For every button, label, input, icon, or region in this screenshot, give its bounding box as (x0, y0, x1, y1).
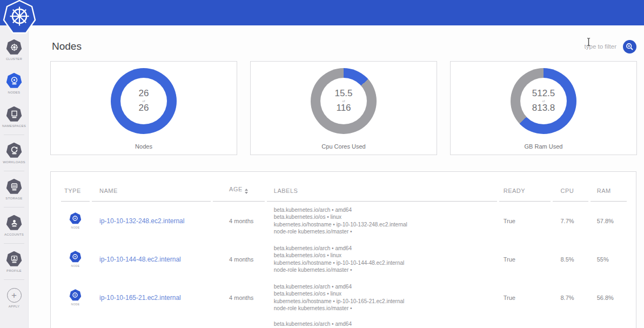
node-type-icon (69, 212, 81, 224)
profile-icon (6, 251, 22, 267)
node-cpu: 7.7% (553, 202, 588, 240)
node-age: 4 months (213, 202, 265, 240)
search-icon (626, 43, 634, 51)
top-bar (0, 0, 644, 25)
sidebar-item-namespaces[interactable]: NAMESPACES (0, 100, 28, 133)
card-nodes: 26 of 26 Nodes (50, 61, 237, 155)
cpu-donut-chart: 15.5 of 116 (311, 68, 377, 134)
sort-icon[interactable] (245, 189, 248, 194)
card-ram: 512.5 of 813.8 GB Ram Used (450, 61, 637, 155)
node-labels: beta.kubernetes.io/arch • amd64 beta.kub… (267, 202, 497, 240)
sidebar-divider (4, 279, 24, 280)
sidebar-divider (4, 207, 24, 207)
column-header-cpu: CPU (553, 172, 588, 202)
card-label: GB Ram Used (451, 143, 636, 150)
node-type-caption: NODE (71, 264, 79, 267)
table-row: beta.kubernetes.io/arch • amd64 (61, 317, 627, 328)
app-root: CLUSTER NODES NAMESPACES (0, 0, 644, 328)
storage-icon (6, 179, 22, 195)
node-age: 4 months (213, 240, 265, 278)
node-ready: True (499, 202, 551, 240)
node-labels: beta.kubernetes.io/arch • amd64 beta.kub… (267, 240, 497, 278)
node-type-cell (61, 317, 90, 328)
node-name-link[interactable]: ip-10-10-132-248.ec2.internal (99, 217, 184, 225)
nodes-icon (6, 73, 22, 89)
node-cpu: 8.7% (553, 278, 588, 317)
node-age: 4 months (213, 278, 265, 317)
nodes-table-card: TYPE NAME AGE LABELS READY CPU RAM (50, 171, 636, 328)
node-cpu-cell (553, 317, 588, 328)
donut-total: 813.8 (532, 103, 555, 113)
sidebar-item-accounts[interactable]: ACCOUNTS (0, 209, 28, 242)
sidebar-item-label: WORKLOADS (3, 160, 25, 164)
node-type-icon (69, 251, 81, 263)
sidebar-item-label: STORAGE (5, 197, 22, 200)
cluster-icon (6, 39, 22, 55)
filter-area: type to filter (585, 40, 636, 53)
page-header: Nodes type to filter (29, 25, 644, 58)
table-row: NODE ip-10-10-144-48.ec2.internal 4 mont… (61, 240, 627, 278)
node-type-cell: NODE (61, 202, 90, 240)
sidebar-divider (4, 135, 24, 135)
nodes-donut-chart: 26 of 26 (111, 68, 177, 134)
node-type-cell: NODE (61, 278, 90, 317)
sidebar-item-apply[interactable]: + APPLY (0, 281, 28, 314)
node-age-cell (213, 317, 265, 328)
text-cursor-icon (586, 37, 591, 49)
sidebar-item-label: CLUSTER (6, 57, 22, 61)
node-ready: True (499, 240, 551, 278)
node-ram: 56.8% (591, 278, 627, 317)
node-labels: beta.kubernetes.io/arch • amd64 (267, 317, 497, 328)
card-label: Cpu Cores Used (251, 143, 437, 150)
sidebar-item-label: NODES (8, 91, 21, 94)
card-label: Nodes (51, 143, 237, 150)
sidebar-item-profile[interactable]: PROFILE (0, 245, 28, 278)
search-button[interactable] (623, 40, 636, 53)
node-ram-cell (591, 317, 627, 328)
column-header-age[interactable]: AGE (213, 172, 265, 202)
plus-icon: + (7, 288, 22, 303)
node-ready: True (499, 278, 551, 317)
summary-cards: 26 of 26 Nodes 15.5 of 116 Cpu Cores U (29, 58, 644, 155)
donut-value: 512.5 (532, 89, 555, 99)
donut-value: 15.5 (334, 89, 352, 99)
sidebar-item-workloads[interactable]: WORKLOADS (0, 136, 28, 170)
table-header-row: TYPE NAME AGE LABELS READY CPU RAM (61, 172, 627, 202)
table-row: NODE ip-10-10-132-248.ec2.internal 4 mon… (61, 202, 627, 240)
sidebar-item-storage[interactable]: STORAGE (0, 172, 28, 206)
node-type-caption: NODE (71, 226, 79, 229)
sidebar-divider (4, 243, 24, 244)
table-row: NODE ip-10-10-165-21.ec2.internal 4 mont… (61, 278, 627, 317)
node-name-link[interactable]: ip-10-10-144-48.ec2.internal (99, 256, 181, 263)
column-header-name[interactable]: NAME (92, 172, 211, 202)
kubernetes-logo (2, 0, 37, 35)
node-ram: 57.8% (591, 202, 627, 240)
sidebar: CLUSTER NODES NAMESPACES (0, 25, 29, 328)
sidebar-item-cluster[interactable]: CLUSTER (0, 33, 28, 66)
node-ram: 55% (591, 240, 627, 278)
page-title: Nodes (52, 41, 82, 52)
sidebar-item-label: PROFILE (6, 269, 22, 272)
node-type-caption: NODE (71, 303, 79, 306)
card-cpu: 15.5 of 116 Cpu Cores Used (250, 61, 437, 155)
donut-total: 116 (336, 103, 351, 113)
sidebar-item-label: NAMESPACES (2, 124, 26, 128)
node-ready-cell (499, 317, 551, 328)
column-header-ram: RAM (591, 172, 627, 202)
sidebar-item-label: ACCOUNTS (4, 233, 24, 236)
donut-total: 26 (139, 103, 149, 113)
workloads-icon (6, 143, 22, 158)
node-name-cell (92, 317, 211, 328)
accounts-icon (6, 215, 22, 231)
namespaces-icon (6, 106, 22, 122)
sidebar-item-label: APPLY (9, 305, 19, 308)
sidebar-item-nodes[interactable]: NODES (0, 66, 28, 100)
node-cpu: 8.5% (553, 240, 588, 278)
node-name-link[interactable]: ip-10-10-165-21.ec2.internal (99, 294, 181, 302)
sidebar-divider (4, 171, 24, 171)
donut-value: 26 (139, 89, 149, 99)
node-labels: beta.kubernetes.io/arch • amd64 beta.kub… (267, 278, 497, 317)
node-type-cell: NODE (61, 240, 90, 278)
column-header-type: TYPE (61, 172, 90, 202)
column-header-labels: LABELS (267, 172, 497, 202)
